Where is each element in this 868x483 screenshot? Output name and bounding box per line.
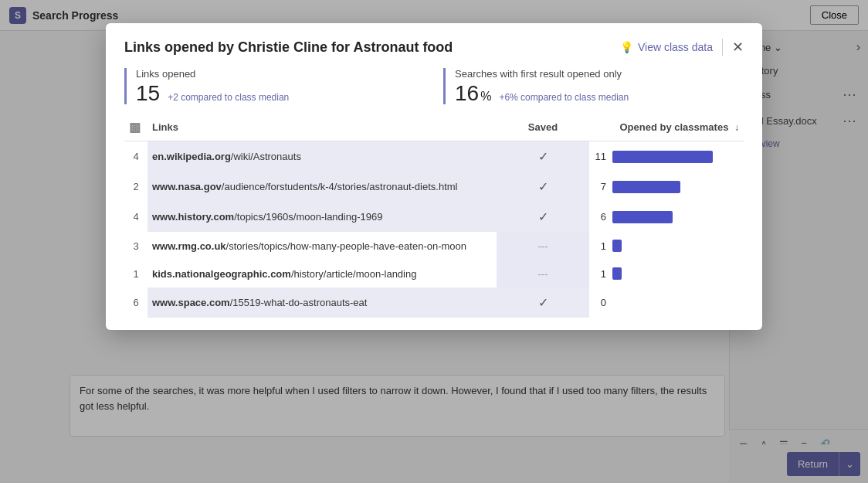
table-row: 2 www.nasa.gov/audience/forstudents/k-4/…	[124, 172, 744, 202]
row-classmates: 1	[589, 232, 744, 260]
dash-mark: ---	[538, 240, 548, 252]
classmates-bar	[612, 151, 713, 163]
view-class-data-button[interactable]: 💡 View class data	[620, 41, 713, 53]
bar-container: 0	[594, 297, 739, 308]
classmates-number: 6	[594, 211, 606, 223]
classmates-number: 0	[594, 297, 606, 308]
searches-pct-sign: %	[480, 90, 491, 104]
row-saved: ✓	[497, 141, 589, 172]
links-opened-value-row: 15 +2 compared to class median	[136, 83, 409, 104]
row-classmates: 7	[589, 172, 744, 202]
header-divider	[722, 39, 723, 56]
row-count: 6	[124, 287, 147, 318]
row-classmates: 6	[589, 202, 744, 232]
row-saved: ✓	[497, 287, 589, 318]
table-row: 3 www.rmg.co.uk/stories/topics/how-many-…	[124, 232, 744, 260]
sort-icon: ↓	[734, 122, 739, 133]
classmates-bar	[612, 181, 680, 193]
modal-overlay: Links opened by Christie Cline for Astro…	[0, 0, 868, 483]
searches-stat: Searches with first result opened only 1…	[443, 68, 744, 104]
col-icon: ▩	[124, 114, 147, 141]
col-links: Links	[147, 114, 497, 141]
row-count: 3	[124, 232, 147, 260]
links-opened-label: Links opened	[136, 68, 409, 80]
table-row: 6 www.space.com/15519-what-do-astronauts…	[124, 287, 744, 318]
check-icon: ✓	[538, 210, 548, 223]
check-icon: ✓	[538, 296, 548, 309]
links-opened-stat: Links opened 15 +2 compared to class med…	[124, 68, 425, 104]
table-row: 1 kids.nationalgeographic.com/history/ar…	[124, 260, 744, 287]
links-opened-number: 15	[136, 83, 160, 104]
row-url[interactable]: www.history.com/topics/1960s/moon-landin…	[147, 202, 497, 232]
classmates-number: 7	[594, 181, 606, 192]
row-count: 4	[124, 202, 147, 232]
classmates-number: 1	[594, 240, 606, 252]
col-classmates[interactable]: Opened by classmates ↓	[589, 114, 744, 141]
bar-container: 1	[594, 240, 739, 252]
chart-icon: ▩	[129, 121, 141, 134]
row-url[interactable]: www.rmg.co.uk/stories/topics/how-many-pe…	[147, 232, 497, 260]
links-table: ▩ Links Saved Opened by classmates ↓ 4 e…	[124, 114, 744, 318]
table-body: 4 en.wikipedia.org/wiki/Astronauts ✓ 11 …	[124, 141, 744, 318]
stats-row: Links opened 15 +2 compared to class med…	[106, 56, 762, 114]
view-class-data-label: View class data	[638, 41, 713, 53]
row-saved: ✓	[497, 172, 589, 202]
bar-container: 11	[594, 151, 739, 163]
bar-container: 6	[594, 211, 739, 223]
row-classmates: 1	[589, 260, 744, 287]
row-saved: ---	[497, 260, 589, 287]
row-classmates: 11	[589, 141, 744, 172]
classmates-bar	[612, 240, 622, 252]
searches-compare: +6% compared to class median	[499, 92, 629, 103]
links-opened-compare: +2 compared to class median	[168, 92, 289, 103]
links-table-wrap: ▩ Links Saved Opened by classmates ↓ 4 e…	[106, 114, 762, 330]
row-saved: ---	[497, 232, 589, 260]
row-classmates: 0	[589, 287, 744, 318]
row-url[interactable]: www.space.com/15519-what-do-astronauts-e…	[147, 287, 497, 318]
searches-number: 16	[455, 83, 479, 104]
row-count: 1	[124, 260, 147, 287]
table-row: 4 en.wikipedia.org/wiki/Astronauts ✓ 11	[124, 141, 744, 172]
classmates-number: 11	[594, 151, 606, 162]
row-url[interactable]: en.wikipedia.org/wiki/Astronauts	[147, 141, 497, 172]
classmates-bar	[612, 267, 622, 280]
modal-title: Links opened by Christie Cline for Astro…	[124, 39, 453, 56]
table-header-row: ▩ Links Saved Opened by classmates ↓	[124, 114, 744, 141]
row-saved: ✓	[497, 202, 589, 232]
searches-percent-row: 16 %	[455, 83, 491, 104]
row-count: 4	[124, 141, 147, 172]
searches-value-row: 16 % +6% compared to class median	[455, 83, 728, 104]
classmates-bar	[612, 211, 673, 223]
check-icon: ✓	[538, 180, 548, 193]
searches-label: Searches with first result opened only	[455, 68, 728, 80]
table-row: 4 www.history.com/topics/1960s/moon-land…	[124, 202, 744, 232]
check-icon: ✓	[538, 150, 548, 163]
row-count: 2	[124, 172, 147, 202]
modal-close-button[interactable]: ✕	[732, 40, 744, 54]
modal-header-actions: 💡 View class data ✕	[620, 39, 744, 56]
col-saved: Saved	[497, 114, 589, 141]
row-url[interactable]: www.nasa.gov/audience/forstudents/k-4/st…	[147, 172, 497, 202]
modal-header: Links opened by Christie Cline for Astro…	[106, 23, 762, 56]
lightbulb-icon: 💡	[620, 41, 633, 53]
dash-mark: ---	[538, 268, 548, 280]
modal: Links opened by Christie Cline for Astro…	[106, 23, 762, 330]
row-url[interactable]: kids.nationalgeographic.com/history/arti…	[147, 260, 497, 287]
bar-container: 7	[594, 181, 739, 193]
bar-container: 1	[594, 267, 739, 280]
classmates-number: 1	[594, 268, 606, 280]
